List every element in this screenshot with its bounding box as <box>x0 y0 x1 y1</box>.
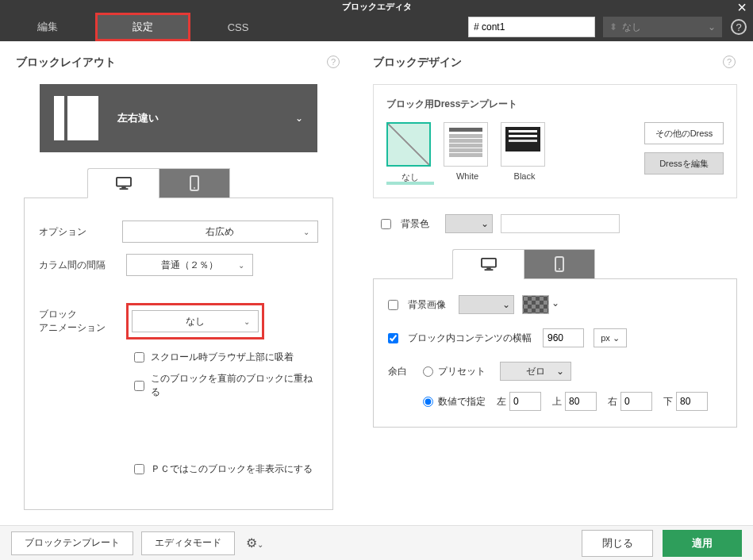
gear-icon[interactable]: ⚙⌄ <box>246 535 263 550</box>
overlap-label: このブロックを直前のブロックに重ねる <box>151 372 318 399</box>
app-title: ブロックエディタ <box>342 0 412 13</box>
title-bar: ブロックエディタ × <box>0 0 753 13</box>
bgcolor-label: 背景色 <box>401 217 429 231</box>
mobile-icon <box>190 175 199 191</box>
other-dress-button[interactable]: その他のDress <box>644 122 724 144</box>
column-gap-select[interactable]: 普通（２％） ⌄ <box>126 254 253 276</box>
device-tab-desktop[interactable] <box>87 168 159 198</box>
chevron-down-icon: ⌄ <box>295 113 303 124</box>
design-device-tab-desktop[interactable] <box>452 249 524 279</box>
footer: ブロックテンプレート エディタモード ⚙⌄ 閉じる 適用 <box>0 525 753 560</box>
chevron-down-icon: ⌄ <box>708 21 716 33</box>
main-tabs: 編集 設定 CSS ⬍なし ⌄ ? <box>0 13 753 41</box>
dress-box: ブロック用Dressテンプレート なし White Black その他のDres… <box>373 84 737 198</box>
overlap-checkbox[interactable] <box>134 381 144 391</box>
block-id-input[interactable] <box>468 17 595 37</box>
dress-none[interactable]: なし <box>386 122 434 185</box>
margin-top-label: 上 <box>552 395 562 408</box>
design-title: ブロックデザイン <box>373 56 737 70</box>
layout-label: 左右違い <box>117 111 159 125</box>
option-label: オプション <box>39 225 122 239</box>
dress-white[interactable]: White <box>444 122 491 181</box>
apply-button[interactable]: 適用 <box>663 530 742 557</box>
bgcolor-input[interactable] <box>501 214 620 233</box>
block-anim-select[interactable]: なし ⌄ <box>132 310 259 332</box>
dress-black[interactable]: Black <box>501 122 548 181</box>
chevron-down-icon: ⌄ <box>238 261 244 270</box>
layout-thumb <box>54 96 98 140</box>
design-device-panel: 背景画像 ⌄ ブロック内コンテンツの横幅 px ⌄ 余白 プリセット ゼロ ⌄ <box>373 278 737 428</box>
svg-rect-6 <box>486 268 490 270</box>
margin-right-label: 右 <box>608 395 617 408</box>
help-icon[interactable]: ? <box>731 19 747 35</box>
layout-selector[interactable]: 左右違い ⌄ <box>40 84 317 152</box>
sticky-label: スクロール時ブラウザ上部に吸着 <box>151 351 294 364</box>
chevron-down-icon: ⌄ <box>556 366 564 377</box>
top-dropdown[interactable]: ⬍なし ⌄ <box>603 17 722 37</box>
close-button[interactable]: 閉じる <box>582 530 653 557</box>
chevron-down-icon: ⌄ <box>502 299 510 310</box>
bgimage-label: 背景画像 <box>408 298 446 312</box>
help-icon-left[interactable]: ? <box>327 56 340 68</box>
tab-css[interactable]: CSS <box>190 13 286 41</box>
layout-device-panel: オプション 右広め ⌄ カラム間の間隔 普通（２％） ⌄ ブロックアニメーション <box>24 198 333 510</box>
chevron-down-icon: ⌄ <box>303 228 309 236</box>
desktop-icon <box>480 257 498 271</box>
chevron-down-icon: ⌄ <box>244 317 250 326</box>
tab-settings[interactable]: 設定 <box>95 13 190 41</box>
margin-label: 余白 <box>388 365 423 378</box>
sticky-checkbox[interactable] <box>134 352 144 362</box>
svg-rect-1 <box>121 187 125 189</box>
margin-left-label: 左 <box>497 395 506 408</box>
margin-right-input[interactable] <box>620 392 652 411</box>
bgimage-select[interactable]: ⌄ <box>459 295 514 314</box>
preset-radio[interactable] <box>423 366 433 377</box>
layout-title: ブロックレイアウト <box>16 56 341 70</box>
svg-rect-7 <box>484 269 493 270</box>
block-anim-label: ブロックアニメーション <box>39 308 126 335</box>
right-panel: ブロックデザイン ? ブロック用Dressテンプレート なし White Bla… <box>357 41 753 525</box>
hide-pc-checkbox[interactable] <box>134 464 144 474</box>
chevron-down-icon: ⌄ <box>481 218 489 229</box>
tab-edit[interactable]: 編集 <box>0 13 95 41</box>
preset-label: プリセット <box>438 365 486 378</box>
desktop-icon <box>115 176 133 190</box>
design-device-tab-mobile[interactable] <box>524 249 595 279</box>
left-panel: ブロックレイアウト ? 左右違い ⌄ オプション 右広め ⌄ <box>0 41 357 525</box>
option-select[interactable]: 右広め ⌄ <box>122 221 318 243</box>
unit-select[interactable]: px ⌄ <box>594 328 627 347</box>
content-width-label: ブロック内コンテンツの横幅 <box>408 332 532 345</box>
svg-point-9 <box>559 268 560 270</box>
svg-rect-0 <box>117 178 131 186</box>
help-icon-right[interactable]: ? <box>723 56 736 68</box>
numeric-radio[interactable] <box>423 397 433 407</box>
editor-mode-button[interactable]: エディタモード <box>141 531 235 555</box>
svg-rect-2 <box>119 188 128 190</box>
highlight-box: なし ⌄ <box>126 303 264 339</box>
bgcolor-select[interactable]: ⌄ <box>445 214 493 233</box>
edit-dress-button[interactable]: Dressを編集 <box>644 152 724 175</box>
hide-pc-label: ＰＣではこのブロックを非表示にする <box>151 462 313 476</box>
svg-rect-5 <box>482 259 496 267</box>
column-gap-label: カラム間の間隔 <box>39 259 126 272</box>
content-width-checkbox[interactable] <box>388 333 398 343</box>
bgimage-pattern-select[interactable] <box>522 295 549 314</box>
bgcolor-checkbox[interactable] <box>381 219 391 229</box>
margin-top-input[interactable] <box>565 392 597 411</box>
margin-bottom-label: 下 <box>663 395 673 408</box>
dress-title: ブロック用Dressテンプレート <box>386 98 724 111</box>
mobile-icon <box>555 256 564 272</box>
preset-select[interactable]: ゼロ ⌄ <box>500 362 571 381</box>
content-width-input[interactable] <box>543 328 584 347</box>
margin-bottom-input[interactable] <box>676 392 708 411</box>
numeric-label: 数値で指定 <box>438 395 486 408</box>
svg-point-4 <box>194 187 195 189</box>
device-tab-mobile[interactable] <box>159 168 230 198</box>
bgimage-checkbox[interactable] <box>388 300 398 310</box>
block-template-button[interactable]: ブロックテンプレート <box>11 531 133 555</box>
top-dropdown-value: なし <box>622 21 641 34</box>
margin-left-input[interactable] <box>509 392 541 411</box>
